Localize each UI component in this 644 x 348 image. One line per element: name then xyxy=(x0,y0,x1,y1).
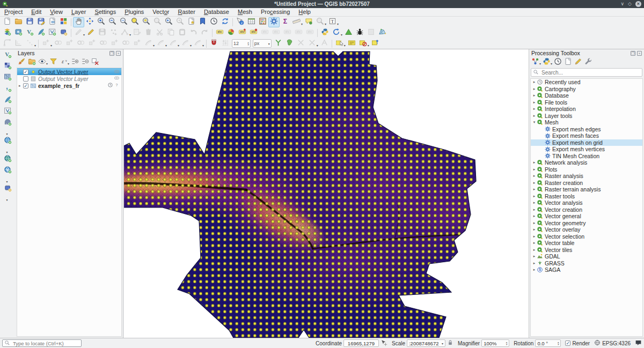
toolbox-group[interactable]: ▸Interpolation xyxy=(531,106,642,113)
toolbox-group[interactable]: ▸Vector analysis xyxy=(531,199,642,206)
toolbox-group-label[interactable]: Vector table xyxy=(545,240,574,246)
toolbox-group-label[interactable]: Raster terrain analysis xyxy=(545,186,601,192)
menu-database[interactable]: Database xyxy=(200,8,233,16)
add-delimited-text-layer-button[interactable]: , xyxy=(2,84,13,94)
dropdown-arrow-icon[interactable]: ▾ xyxy=(178,43,179,47)
toolbox-group[interactable]: ▸SSAGA xyxy=(531,266,642,273)
dropdown-arrow-icon[interactable]: ▾ xyxy=(539,62,541,65)
layer-name[interactable]: example_res_fr xyxy=(38,83,107,89)
menu-edit[interactable]: Edit xyxy=(27,8,46,16)
chevron-right-icon[interactable]: ▸ xyxy=(532,248,537,252)
statistical-summary-button[interactable] xyxy=(257,17,268,27)
chevron-right-icon[interactable]: ▸ xyxy=(532,268,537,272)
toolbox-group[interactable]: ▸Raster creation xyxy=(531,180,642,187)
chevron-right-icon[interactable]: ▸ xyxy=(532,241,537,245)
chevron-right-icon[interactable]: ▸ xyxy=(532,227,537,232)
save-project-as-button[interactable] xyxy=(35,17,47,27)
add-raster-layer-button[interactable] xyxy=(2,62,13,72)
dropdown-arrow-icon[interactable]: ▾ xyxy=(68,62,69,65)
open-layer-styling-button[interactable] xyxy=(17,57,27,66)
crs-status[interactable]: EPSG:4326 xyxy=(602,340,631,346)
toolbox-group-label[interactable]: Vector tiles xyxy=(545,247,572,253)
menu-help[interactable]: Help xyxy=(294,8,315,16)
add-vector-layer-button[interactable]: V xyxy=(2,50,13,61)
zoom-native-button[interactable] xyxy=(118,17,129,27)
toolbox-algorithm-label[interactable]: Export mesh edges xyxy=(552,126,601,132)
menu-plugins[interactable]: Plugins xyxy=(120,8,148,16)
expand-all-button[interactable] xyxy=(70,57,80,66)
chevron-right-icon[interactable]: ▸ xyxy=(532,181,537,185)
open-attribute-table-button[interactable] xyxy=(246,17,257,27)
new-geopackage-layer-button[interactable] xyxy=(13,28,24,38)
options-button[interactable] xyxy=(583,57,594,66)
toolbox-group-label[interactable]: Network analysis xyxy=(545,159,587,166)
open-project-button[interactable] xyxy=(13,17,24,27)
scale-combobox[interactable]: :2008748672▾ xyxy=(407,339,445,347)
layer-name[interactable]: Output Vector Layer xyxy=(38,69,114,75)
new-print-layout-button[interactable] xyxy=(47,17,58,27)
toolbox-group[interactable]: ▸Cartography xyxy=(531,86,642,93)
edit-features-in-place-button[interactable] xyxy=(573,57,583,66)
map-tips-button[interactable] xyxy=(303,17,314,27)
enable-tracing-button[interactable] xyxy=(273,39,284,49)
lock-scale-icon[interactable] xyxy=(447,339,453,347)
save-project-button[interactable] xyxy=(24,17,35,27)
history-button[interactable] xyxy=(553,57,563,66)
menu-project[interactable]: Project xyxy=(0,8,27,16)
add-memory-layer-button[interactable] xyxy=(2,184,13,194)
magnifier-spinbox[interactable]: 100% ▴▾ xyxy=(481,339,509,347)
toolbox-group[interactable]: ▸Vector table xyxy=(531,240,642,247)
close-panel-icon[interactable]: × xyxy=(637,51,642,56)
add-group-button[interactable] xyxy=(27,57,37,66)
toolbox-group[interactable]: ▸Vector overlay xyxy=(531,226,642,233)
rotation-spinbox[interactable]: 0.0 ° ▴▾ xyxy=(535,339,561,347)
show-statistics-button[interactable]: Σ xyxy=(280,17,291,27)
metasearch-button[interactable] xyxy=(343,28,354,38)
show-spatial-bookmarks-button[interactable] xyxy=(197,17,208,27)
toolbox-algorithm[interactable]: Export mesh edges xyxy=(531,126,642,133)
snapping-tolerance[interactable]: 12▴▾ xyxy=(232,39,251,48)
chevron-right-icon[interactable]: ▸ xyxy=(532,261,537,265)
toolbox-group[interactable]: ▸Raster analysis xyxy=(531,173,642,180)
toolbox-group[interactable]: ▸Recently used xyxy=(531,79,642,86)
crs-globe-icon[interactable] xyxy=(594,339,601,347)
chevron-right-icon[interactable]: ▸ xyxy=(532,93,537,98)
dropdown-arrow-icon[interactable]: ▾ xyxy=(6,150,8,154)
dropdown-arrow-icon[interactable]: ▾ xyxy=(368,43,369,47)
dropdown-arrow-icon[interactable]: ▾ xyxy=(153,43,155,47)
add-postgis-layer-button[interactable] xyxy=(2,118,13,128)
toolbox-group-label[interactable]: Interpolation xyxy=(545,106,576,112)
chevron-right-icon[interactable]: ▸ xyxy=(532,201,537,205)
menu-view[interactable]: View xyxy=(46,8,67,16)
dropdown-arrow-icon[interactable]: ▾ xyxy=(6,198,8,202)
chevron-right-icon[interactable]: ▸ xyxy=(532,187,537,191)
toolbox-group-label[interactable]: Raster creation xyxy=(545,180,583,186)
add-wcs-layer-button[interactable] xyxy=(2,154,13,165)
toolbox-group[interactable]: ▸Plots xyxy=(531,166,642,173)
dropdown-arrow-icon[interactable]: ▾ xyxy=(50,43,52,47)
dropdown-arrow-icon[interactable]: ▾ xyxy=(190,43,192,47)
python-console-button[interactable] xyxy=(319,28,331,38)
layer-visibility-checkbox[interactable] xyxy=(23,76,28,82)
toolbox-group[interactable]: ▸Vector general xyxy=(531,213,642,220)
toolbox-search-input[interactable] xyxy=(540,69,640,76)
toolbox-group[interactable]: ▸Vector selection xyxy=(531,233,642,240)
toolbox-algorithm-label[interactable]: Export mesh on grid xyxy=(552,139,603,146)
zoom-full-extent-button[interactable] xyxy=(129,17,141,27)
results-viewer-button[interactable] xyxy=(563,57,573,66)
add-virtual-layer-button[interactable] xyxy=(2,107,13,117)
toolbox-group[interactable]: ▸GRASS xyxy=(531,260,642,267)
toolbox-group-label[interactable]: File tools xyxy=(545,99,567,106)
snapping-units[interactable]: px▾ xyxy=(253,39,272,48)
layer-item[interactable]: ✓Output Vector Layer xyxy=(17,68,121,75)
chevron-right-icon[interactable]: ▸ xyxy=(532,160,537,165)
processing-history-button[interactable] xyxy=(331,28,342,38)
chevron-right-icon[interactable]: ▸ xyxy=(532,167,537,172)
new-virtual-layer-button[interactable] xyxy=(47,28,58,38)
add-spatialite-layer-button[interactable] xyxy=(2,95,13,106)
new-shapefile-layer-button[interactable]: V xyxy=(24,28,35,38)
style-manager-button[interactable] xyxy=(58,17,69,27)
chevron-right-icon[interactable]: ▸ xyxy=(532,254,537,258)
maximize-icon[interactable]: ◇ xyxy=(628,1,632,7)
toolbox-algorithm[interactable]: Export mesh faces xyxy=(531,132,642,139)
